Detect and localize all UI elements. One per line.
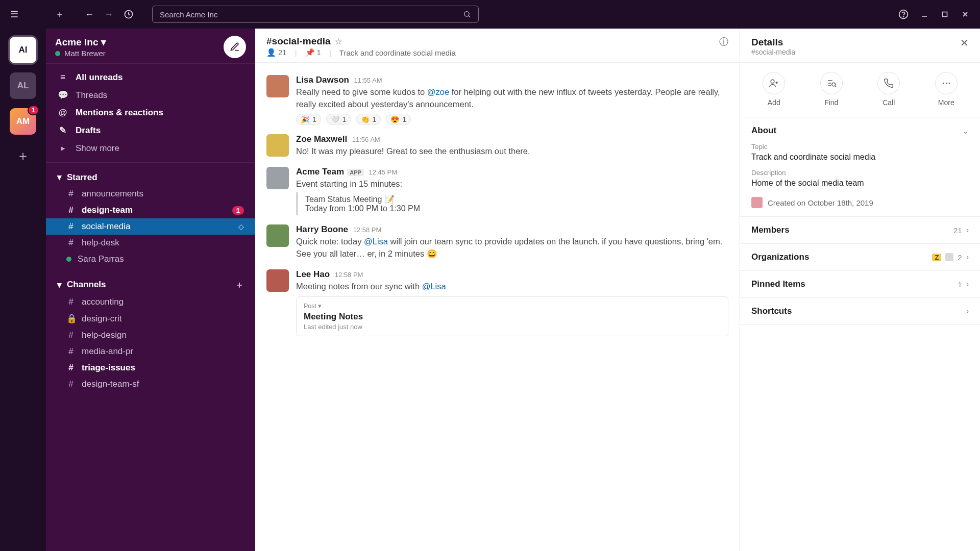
channel-label: social-media [82,221,130,232]
channel-item-media-and-pr[interactable]: #media-and-pr [46,343,255,360]
org-chip-2 [945,253,953,261]
desc-value[interactable]: Home of the social media team [751,179,969,188]
attachment-post[interactable]: Post ▾Meeting NotesLast edited just now [296,296,728,336]
starred-heading[interactable]: ▾ Starred [46,169,255,186]
nav-drafts[interactable]: ✎Drafts [46,121,255,139]
details-pinned[interactable]: Pinned Items 1› [740,271,980,298]
channel-item-design-crit[interactable]: 🔒design-crit [46,310,255,327]
compose-button[interactable] [224,36,246,58]
reaction[interactable]: 🎉1 [296,114,321,125]
message-timestamp[interactable]: 11:56 AM [350,136,380,143]
forward-arrow-icon[interactable]: → [104,9,113,20]
message-author[interactable]: Lee Hao [296,269,330,279]
pins-count[interactable]: 📌1 [305,48,321,57]
help-icon[interactable] [898,9,909,19]
message-timestamp[interactable]: 11:55 AM [352,77,382,84]
new-tab-plus-icon[interactable]: ＋ [55,8,64,20]
channel-item-help-design[interactable]: #help-design [46,327,255,343]
starred-item-social-media[interactable]: #social-media◇ [46,218,255,235]
avatar[interactable] [266,167,289,189]
starred-item-design-team[interactable]: #design-team1 [46,202,255,218]
channels-heading[interactable]: ▾ Channels ＋ [46,276,255,294]
star-icon[interactable]: ☆ [335,37,342,46]
channel-item-design-team-sf[interactable]: #design-team-sf [46,376,255,392]
action-find[interactable]: Find [811,72,852,107]
workspace-tile-am[interactable]: AM 1 [10,108,36,135]
list-icon: ≡ [57,72,68,83]
mention[interactable]: @Lisa [364,237,388,246]
avatar[interactable] [266,224,289,247]
chevron-right-icon: › [966,226,969,235]
history-clock-icon[interactable] [124,9,134,19]
message[interactable]: Harry Boone 12:58 PMQuick note: today @L… [266,219,728,264]
mention[interactable]: @zoe [427,87,449,96]
details-shortcuts[interactable]: Shortcuts › [740,298,980,325]
add-workspace-icon[interactable]: ＋ [16,147,30,165]
channel-item-triage-issues[interactable]: #triage-issues [46,360,255,376]
message-author[interactable]: Zoe Maxwell [296,134,347,144]
nav-threads[interactable]: 💬Threads [46,86,255,104]
back-arrow-icon[interactable]: ← [85,9,94,20]
user-name: Matt Brewer [64,49,106,58]
message-timestamp[interactable]: 12:58 PM [333,271,363,279]
action-more[interactable]: More [926,72,967,107]
attachment-meta: Last edited just now [304,323,721,331]
action-call[interactable]: Call [868,72,909,107]
about-heading: About [751,126,776,136]
channel-label: help-design [82,330,127,340]
avatar[interactable] [266,75,289,97]
message-author[interactable]: Lisa Dawson [296,75,349,85]
event-when: Today from 1:00 PM to 1:30 PM [305,204,728,213]
window-minimize-icon[interactable] [920,10,929,19]
starred-item-announcements[interactable]: #announcements [46,186,255,202]
channel-item-accounting[interactable]: #accounting [46,294,255,310]
nav-mentions[interactable]: @Mentions & reactions [46,104,255,121]
workspace-tile-ai[interactable]: AI [10,37,36,63]
chevron-down-icon: ⌄ [962,126,969,136]
hash-icon: # [66,297,76,307]
kebab-icon [935,72,958,94]
members-label: Members [751,225,790,235]
channel-title[interactable]: #social-media ☆ [266,36,712,47]
info-icon[interactable]: ⓘ [719,36,728,48]
message-author[interactable]: Acme Team [296,167,344,177]
workspace-abbr: AM [16,116,30,127]
about-toggle[interactable]: About ⌄ [751,126,969,136]
reaction[interactable]: 👏1 [356,114,381,125]
starred-item-help-desk[interactable]: #help-desk [46,235,255,251]
add-channel-icon[interactable]: ＋ [235,279,244,291]
hamburger-icon[interactable]: ☰ [10,9,18,20]
close-icon[interactable]: ✕ [960,37,969,49]
attachment-type: Post ▾ [304,302,721,310]
message-author[interactable]: Harry Boone [296,224,348,234]
action-add[interactable]: Add [753,72,794,107]
mention[interactable]: @Lisa [422,282,446,291]
nav-all-unreads[interactable]: ≡All unreads [46,69,255,86]
nav-show-more[interactable]: ▸Show more [46,139,255,157]
calendar-event[interactable]: Team Status Meeting 📝Today from 1:00 PM … [296,192,728,215]
search-input[interactable]: Search Acme Inc [152,6,479,23]
reaction[interactable]: 😍1 [386,114,411,125]
channel-topic-short[interactable]: Track and coordinate social media [339,48,456,57]
window-close-icon[interactable] [961,10,970,19]
topic-value[interactable]: Track and coordinate social media [751,153,969,162]
message-timestamp[interactable]: 12:45 PM [367,168,397,176]
workspace-tile-al[interactable]: AL [10,72,36,99]
channel-subheader: 👤21 | 📌1 | Track and coordinate social m… [266,48,712,57]
reaction[interactable]: 🤍1 [326,114,351,125]
message[interactable]: Acme TeamAPP 12:45 PMEvent starting in 1… [266,162,728,219]
message[interactable]: Lisa Dawson 11:55 AMReally need to give … [266,70,728,129]
window-maximize-icon[interactable] [940,10,949,19]
message-list[interactable]: Lisa Dawson 11:55 AMReally need to give … [255,63,740,551]
org-switcher[interactable]: Acme Inc ▾ [55,36,106,48]
message-timestamp[interactable]: 12:58 PM [351,226,381,234]
avatar[interactable] [266,134,289,157]
starred-item-sara-parras[interactable]: Sara Parras [46,251,255,267]
message[interactable]: Lee Hao 12:58 PMMeeting notes from our s… [266,264,728,341]
members-count[interactable]: 👤21 [266,48,287,57]
details-organizations[interactable]: Organizations Z 2 › [740,244,980,271]
details-members[interactable]: Members 21› [740,217,980,244]
message[interactable]: Zoe Maxwell 11:56 AMNo! It was my pleasu… [266,129,728,162]
user-presence[interactable]: Matt Brewer [55,49,106,58]
avatar[interactable] [266,269,289,292]
